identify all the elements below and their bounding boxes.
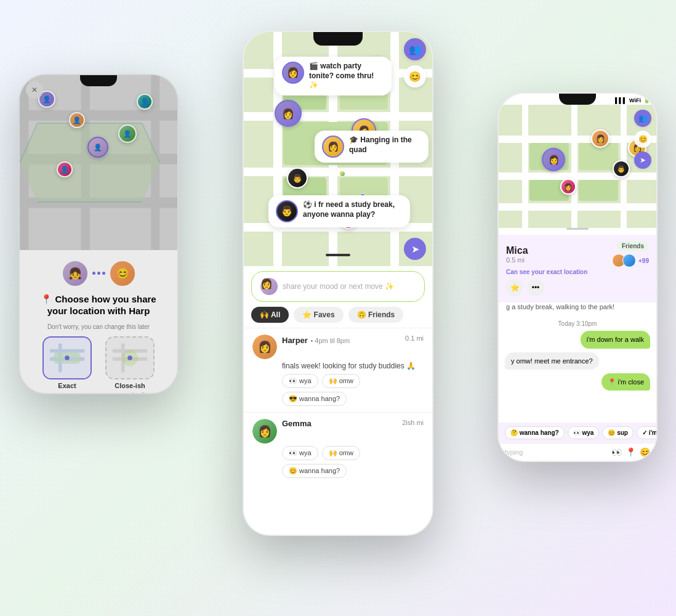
exact-mini-map (44, 338, 91, 378)
emoji-input-icon[interactable]: 😊 (640, 447, 650, 457)
map-scroll-indicator (326, 251, 350, 261)
pin-input-icon[interactable]: 📍 (626, 447, 636, 457)
user-avatar-left: 👧 (62, 260, 89, 287)
friend-avatar-left: 😊 (109, 260, 136, 287)
reply-wanna-hang[interactable]: 😎 wanna hang? (282, 392, 347, 406)
map-bg-left: 👤 👤 👤 👤 👤 👤 (20, 75, 177, 250)
location-options: Exact (30, 336, 167, 393)
filter-friends[interactable]: 🙃 Friends (348, 307, 404, 323)
bubble-1-avatar: 👩 (282, 62, 304, 84)
center-map: 👩 👨 👩 👩 👨 👩 👩 👩 🎬 watch party tonite? co… (244, 32, 432, 266)
svg-marker-7 (20, 123, 159, 202)
center-avatar-5: 👨 (287, 168, 308, 188)
map-person-5: 👤 (137, 94, 153, 110)
phone-right-screen: ▌▌▌ WiFi 🔋 👩 👩 👨 👩 (499, 94, 656, 461)
privacy-link: exact location (547, 269, 588, 275)
sticker-wanna-hang[interactable]: 🤔 wanna hang? (505, 426, 565, 439)
speech-bubble-2: 👩 🎓 Hanging in the quad (315, 131, 429, 163)
phone-left-screen: 👤 👤 👤 👤 👤 👤 ✕ 👧 😊 📍 Choose how you share… (20, 75, 177, 393)
rainbow-dot (339, 171, 345, 177)
feed-name-gemma: Gemma (282, 419, 312, 428)
filter-all[interactable]: 🙌 All (251, 307, 289, 323)
feed-replies-harper: 👀 wya 🙌 omw 😎 wanna hang? (282, 374, 424, 406)
friend-mini-2 (622, 254, 636, 267)
close-button[interactable]: ✕ (26, 81, 43, 99)
eyes-input-icon[interactable]: 👀 (611, 447, 622, 457)
status-text-val: g a study break, walking to the park! (506, 303, 614, 310)
feed-item-harper: 👩 Harper • 4pm til 8pm 0.1 mi finals wee… (244, 328, 432, 412)
star-action-btn[interactable]: ⭐ (506, 279, 523, 296)
right-map-avatar-4: 👩 (560, 179, 576, 195)
location-choice-panel: ✕ 👧 😊 📍 Choose how you share your locati… (20, 250, 177, 393)
feed-time-harper-val: 4pm til 8pm (315, 337, 350, 344)
chat-bubble-3: 📍 i'm close (602, 373, 651, 391)
notch-center (313, 32, 363, 46)
friend-count: +99 (638, 257, 649, 264)
feed-name-harper: Harper (282, 336, 308, 345)
reply-gemma-hang[interactable]: 😊 wanna hang? (282, 464, 347, 478)
phone-right: ▌▌▌ WiFi 🔋 👩 👩 👨 👩 (497, 92, 658, 462)
filter-tabs: 🙌 All ⭐ Faves 🙃 Friends (244, 307, 432, 328)
right-map-avatar-1: 👩 (542, 148, 565, 171)
emoji-icon-btn[interactable]: 😊 (404, 65, 426, 87)
privacy-start: Can see your (506, 269, 547, 275)
closeish-option[interactable]: Close-ish ~0.5 mi radi (102, 336, 158, 393)
connector-dots (92, 272, 105, 275)
notch-left (80, 75, 117, 86)
reply-gemma-omw[interactable]: 🙌 omw (322, 446, 360, 460)
phone-center: 👩 👨 👩 👩 👨 👩 👩 👩 🎬 watch party tonite? co… (243, 31, 433, 536)
exact-option[interactable]: Exact (39, 336, 95, 393)
sticker-wya[interactable]: 👀 wya (568, 426, 600, 439)
feed-item-gemma-header: 👩 Gemma 2ish mi (252, 419, 424, 444)
friends-avatars-row: +99 (612, 254, 649, 267)
battery-icon: 🔋 (643, 97, 650, 103)
friends-icon-btn[interactable]: 👥 (404, 38, 426, 60)
phone-center-screen: 👩 👨 👩 👩 👨 👩 👩 👩 🎬 watch party tonite? co… (244, 32, 432, 535)
feed-avatar-harper: 👩 (252, 334, 277, 359)
status-placeholder: share your mood or next move ✨ (283, 282, 416, 291)
right-friends-icon[interactable]: 👥 (634, 110, 651, 127)
speech-bubble-1: 👩 🎬 watch party tonite? come thru! ✨ (275, 57, 392, 95)
closeish-label: Close-ish (115, 382, 145, 389)
reply-gemma-wya[interactable]: 👀 wya (282, 446, 318, 460)
svg-rect-26 (244, 112, 432, 121)
profile-privacy: Can see your exact location (506, 269, 649, 275)
reply-wya[interactable]: 👀 wya (282, 374, 318, 388)
map-person-main: 👤 (87, 137, 108, 158)
profile-handle-row: Mica 0.5 mi Friends +99 (506, 241, 649, 267)
status-avatar: 👩 (260, 278, 278, 295)
bubble-2-text: 🎓 Hanging in the quad (349, 136, 421, 155)
bubble-2-avatar: 👩 (322, 136, 344, 158)
status-input-bar[interactable]: 👩 share your mood or next move ✨ (251, 271, 425, 302)
right-map: 👩 👩 👨 👩 👩 👥 😊 ➤ (499, 105, 656, 228)
right-map-avatar-3: 👨 (613, 160, 630, 177)
map-person-3: 👤 (118, 124, 137, 143)
signal-icon: ▌▌▌ (615, 97, 627, 103)
filter-faves[interactable]: ⭐ Faves (294, 307, 343, 323)
feed-section: 👩 share your mood or next move ✨ 🙌 All ⭐… (244, 266, 432, 535)
profile-status-text: g a study break, walking to the park! (499, 302, 656, 315)
navigation-arrow[interactable]: ➤ (404, 238, 426, 260)
feed-user-info: Harper • 4pm til 8pm (282, 334, 350, 346)
profile-distance: 0.5 mi (506, 256, 528, 264)
exact-box (42, 336, 92, 379)
wifi-icon: WiFi (629, 97, 641, 103)
map-person-4: 👤 (57, 161, 73, 177)
svg-rect-27 (244, 168, 432, 176)
chat-msg-2: y omw! meet me entrance? (511, 357, 593, 365)
map-top-icons: 👥 😊 (404, 38, 426, 87)
sticker-sup[interactable]: 😊 sup (602, 426, 634, 439)
svg-point-23 (127, 355, 132, 360)
chat-msg-3: 📍 i'm close (608, 378, 645, 386)
feed-item-gemma: 👩 Gemma 2ish mi 👀 wya 🙌 omw 😊 wanna hang… (244, 412, 432, 484)
right-nav-icon[interactable]: ➤ (634, 152, 651, 169)
sticker-im[interactable]: ✓ i'm (637, 426, 656, 439)
closeish-box (105, 336, 155, 379)
bottom-scroll-ind (566, 228, 589, 230)
bubble-1-text: 🎬 watch party tonite? come thru! ✨ (309, 62, 384, 91)
reply-omw[interactable]: 🙌 omw (322, 374, 360, 388)
right-emoji-icon[interactable]: 😊 (634, 131, 651, 148)
feed-status-harper: finals week! looking for study buddies 🙏 (282, 362, 424, 370)
more-action-btn[interactable]: ••• (527, 279, 544, 296)
chat-input-bar: typing 👀 📍 😊 (499, 443, 656, 461)
